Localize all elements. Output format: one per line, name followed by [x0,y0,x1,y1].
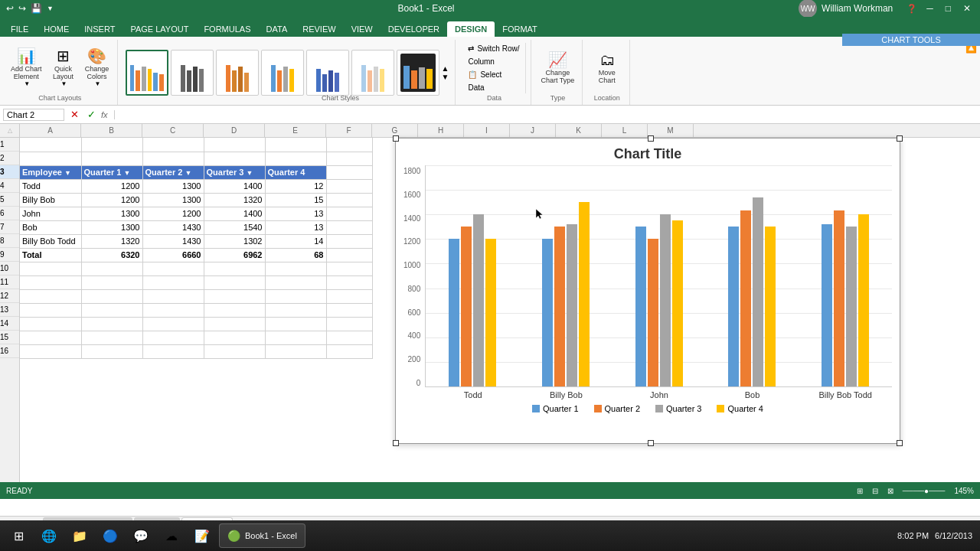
change-chart-type-btn[interactable]: 📈 Change Chart Type [537,50,577,86]
cell-b5[interactable]: 1200 [81,193,142,207]
chart-container[interactable]: Chart Title 1800 1600 1400 1200 1000 800… [395,138,900,444]
bar-billybob-q3[interactable] [567,224,577,386]
change-colors-btn[interactable]: 🎨 Change Colors ▼ [82,46,113,90]
bar-bbt-q4[interactable] [858,214,869,386]
chart-style-7[interactable] [397,50,439,96]
cell-a5[interactable]: Billy Bob [20,193,81,207]
taskbar-excel-app[interactable]: 🟢 Book1 - Excel [219,523,305,548]
undo-icon[interactable]: ↩ [6,3,14,14]
select-data-btn[interactable]: 📋 Select [465,69,522,80]
redo-icon[interactable]: ↪ [18,3,26,14]
resize-handle-tc[interactable] [648,135,654,142]
bar-todd-q1[interactable] [449,239,459,386]
minimize-btn[interactable]: ─ [923,3,936,14]
tab-design[interactable]: DESIGN [447,21,495,37]
col-header-d[interactable]: D [204,124,265,137]
cell-a7[interactable]: Bob [20,220,81,234]
taskbar-skype[interactable]: 💬 [127,522,155,549]
add-chart-element-btn[interactable]: 📊 Add Chart Element ▼ [8,46,45,90]
col-header-k[interactable]: K [556,124,602,137]
close-btn[interactable]: ✕ [960,3,974,14]
bar-todd-q3[interactable] [473,214,484,386]
quick-layout-btn[interactable]: ⊞ Quick Layout ▼ [48,46,79,90]
bar-billybob-q2[interactable] [554,227,565,386]
cell-a9[interactable]: Total [20,248,81,262]
cell-f5[interactable] [326,193,372,207]
formula-confirm[interactable]: ✓ [87,109,96,120]
chart-style-6[interactable] [351,50,394,96]
bar-john-q4[interactable] [672,220,683,386]
cell-b8[interactable]: 1320 [81,234,142,248]
tab-developer[interactable]: DEVELOPER [381,21,447,37]
bar-bob-q4[interactable] [765,227,776,386]
taskbar-chrome[interactable]: 🔵 [96,522,124,549]
cell-b3[interactable]: Quarter 1 ▼ [81,165,142,179]
cell-a4[interactable]: Todd [20,179,81,193]
cell-d3[interactable]: Quarter 3 ▼ [204,165,265,179]
cell-c4[interactable]: 1300 [142,179,204,193]
cell-d2[interactable] [204,152,265,165]
formula-input[interactable] [114,110,977,119]
col-header-e[interactable]: E [265,124,326,137]
select-all[interactable]: △ [0,124,19,137]
taskbar-word[interactable]: 📝 [188,522,216,549]
zoom-slider[interactable]: ────●─── [903,487,946,495]
tab-home[interactable]: HOME [36,21,77,37]
tab-insert[interactable]: INSERT [77,21,122,37]
chart-style-2[interactable] [171,50,214,96]
cell-e3[interactable]: Quarter 4 [265,165,326,179]
cell-f9[interactable] [326,248,372,262]
cell-c2[interactable] [142,152,204,165]
cell-e6[interactable]: 13 [265,207,326,220]
tab-format[interactable]: FORMAT [495,21,545,37]
cell-c7[interactable]: 1430 [142,220,204,234]
switch-row-col-btn2[interactable]: Column [465,56,522,67]
bar-todd-q4[interactable] [485,239,496,386]
resize-handle-br[interactable] [897,440,903,446]
save-icon[interactable]: 💾 [31,3,42,14]
cell-c9[interactable]: 6660 [142,248,204,262]
cell-f2[interactable] [326,152,372,165]
cell-e8[interactable]: 14 [265,234,326,248]
col-header-m[interactable]: M [648,124,694,137]
cell-a6[interactable]: John [20,207,81,220]
name-box[interactable] [3,109,64,121]
chart-title[interactable]: Chart Title [396,139,900,165]
quick-access-more[interactable]: ▼ [47,5,54,12]
cell-e5[interactable]: 15 [265,193,326,207]
formula-cancel[interactable]: ✕ [67,109,82,120]
cell-d8[interactable]: 1302 [204,234,265,248]
resize-handle-tr[interactable] [897,135,903,142]
resize-handle-bc[interactable] [648,440,654,446]
chart-style-5[interactable] [306,50,349,96]
col-header-i[interactable]: I [464,124,510,137]
resize-handle-tl[interactable] [393,135,399,142]
bar-john-q2[interactable] [648,239,658,386]
taskbar-cloud[interactable]: ☁ [158,522,185,549]
bar-bob-q3[interactable] [753,197,763,386]
cell-f1[interactable] [326,138,372,152]
cell-b4[interactable]: 1200 [81,179,142,193]
function-btn[interactable]: fx [101,110,108,119]
resize-handle-bl[interactable] [393,440,399,446]
cell-f3[interactable] [326,165,372,179]
cell-d1[interactable] [204,138,265,152]
bar-bob-q2[interactable] [740,210,751,386]
tab-view[interactable]: VIEW [344,21,381,37]
chart-styles-scroll-down[interactable]: ▼ [442,73,449,81]
chart-style-1[interactable] [126,50,168,96]
col-header-l[interactable]: L [602,124,648,137]
select-data-btn2[interactable]: Data [465,82,522,93]
col-header-c[interactable]: C [142,124,204,137]
taskbar-explorer[interactable]: 📁 [66,522,93,549]
tab-page-layout[interactable]: PAGE LAYOUT [122,21,196,37]
cell-b9[interactable]: 6320 [81,248,142,262]
cell-d9[interactable]: 6962 [204,248,265,262]
cell-a2[interactable] [20,152,81,165]
taskbar-ie[interactable]: 🌐 [35,522,63,549]
move-chart-btn[interactable]: 🗂 Move Chart [592,50,622,86]
chart-style-4[interactable] [261,50,304,96]
start-btn[interactable]: ⊞ [5,522,32,549]
help-icon[interactable]: ❓ [906,4,917,14]
cell-e1[interactable] [265,138,326,152]
